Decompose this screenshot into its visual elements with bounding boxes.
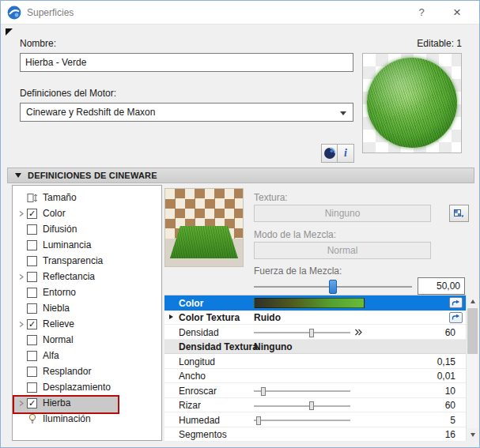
blend-strength-slider[interactable] [254,278,412,296]
editable-count-label: Editable: 1 [417,38,462,49]
tree-item-label: Niebla [43,303,70,314]
expand-chevron-icon[interactable] [15,210,27,217]
prop-row-densidad-textura[interactable]: Densidad TexturaNinguno [164,340,466,355]
slider-edit-icon[interactable] [354,328,364,337]
scrollbar-thumb[interactable] [467,308,478,354]
prop-number-value[interactable]: 60 [445,327,455,338]
tree-item-label: Resplandor [43,366,91,377]
tree-item-normal[interactable]: Normal [13,332,161,348]
prop-row-color[interactable]: Color [164,296,466,311]
tree-item-alfa[interactable]: Alfa [13,348,161,363]
panel-collapse-icon[interactable] [6,28,13,36]
engine-dropdown-value: Cineware y Redshift de Maxon [26,107,155,118]
cinema4d-button[interactable] [321,144,338,163]
scroll-down-button[interactable] [467,428,478,441]
tree-item-resplandor[interactable]: Resplandor [13,363,161,379]
prop-number-value[interactable]: 0,01 [437,371,455,382]
material-room-preview[interactable] [164,188,244,267]
info-button[interactable]: i [338,144,354,163]
engine-dropdown[interactable]: Cineware y Redshift de Maxon [20,103,353,122]
texture-browse-button[interactable] [449,205,469,222]
vertical-scrollbar[interactable] [466,295,478,441]
checkbox-difusion[interactable] [27,224,37,235]
slider-track[interactable] [254,390,350,392]
checkbox-hierba[interactable]: ✓ [27,398,37,408]
tree-item-relieve[interactable]: ✓Relieve [13,316,161,332]
checkbox-luminancia[interactable] [27,240,37,250]
prop-row-ancho[interactable]: Ancho0,01 [164,369,466,384]
slider-track[interactable] [254,420,350,421]
checkbox-normal[interactable] [27,335,37,345]
prop-label: Enroscar [179,386,217,397]
tree-item-label: Tamaño [43,192,77,203]
slider-track[interactable] [254,405,350,407]
texture-link-button[interactable] [449,312,463,323]
prop-row-rizar[interactable]: Rizar60 [164,398,466,413]
room-grass-patch [170,226,238,258]
material-preview-thumbnail[interactable] [362,53,462,153]
slider-thumb[interactable] [261,387,266,396]
fuerza-slider-thumb[interactable] [329,280,337,294]
tree-item-label: Entorno [43,287,76,298]
expand-chevron-icon[interactable] [15,400,27,407]
motor-definitions-label: Definiciones del Motor: [20,88,116,99]
slider-thumb[interactable] [256,416,261,425]
tree-item-difusion[interactable]: Difusión [13,221,161,237]
tree-item-hierba[interactable]: ✓Hierba [13,395,161,411]
tree-item-color[interactable]: ✓Color [13,205,161,221]
checkbox-alfa[interactable] [27,351,37,361]
checkbox-reflectancia[interactable] [27,272,37,282]
tree-item-reflectancia[interactable]: Reflectancia [13,269,161,284]
tree-item-label: Hierba [43,397,70,408]
help-button[interactable]: ? [414,6,429,18]
prop-row-humedad[interactable]: Humedad5 [164,412,466,427]
textura-button[interactable]: Ninguno [254,205,431,222]
prop-row-densidad[interactable]: Densidad60 [164,325,466,340]
expand-chevron-icon[interactable] [15,321,27,328]
tree-item-niebla[interactable]: Niebla [13,300,161,316]
tree-item-label: Difusión [43,224,77,235]
expand-chevron-icon[interactable] [15,273,27,280]
checkbox-desplazamiento[interactable] [27,382,37,393]
checkbox-niebla[interactable] [27,303,37,314]
prop-value: Ninguno [254,341,293,352]
texture-link-button[interactable] [449,297,463,308]
checkbox-color[interactable]: ✓ [27,209,37,219]
prop-row-longitud[interactable]: Longitud0,15 [164,354,466,369]
prop-number-value[interactable]: 60 [445,400,455,411]
prop-row-enroscar[interactable]: Enroscar10 [164,383,466,398]
prop-row-segmentos[interactable]: Segmentos16 [164,427,466,442]
tree-item-luminancia[interactable]: Luminancia [13,237,161,253]
blend-mode-button[interactable]: Normal [254,242,431,259]
prop-number-value[interactable]: 10 [445,386,455,397]
prop-label: Color Textura [179,312,240,323]
scroll-up-button[interactable] [467,295,478,307]
slider-track[interactable] [254,332,350,333]
tree-item-iluminacion[interactable]: Iluminación [13,411,161,427]
prop-number-value[interactable]: 16 [445,429,455,440]
expand-triangle-icon[interactable] [169,314,173,319]
tree-item-desplazamiento[interactable]: Desplazamiento [13,379,161,395]
tree-item-label: Alfa [43,350,59,361]
slider-thumb[interactable] [309,329,314,337]
checkbox-relieve[interactable]: ✓ [27,319,37,329]
tree-item-tamano[interactable]: Tamaño [13,190,161,205]
cineware-section-header[interactable]: DEFINICIONES DE CINEWARE [7,168,474,183]
surface-name-input[interactable] [20,53,353,72]
checkbox-entorno[interactable] [27,288,37,298]
prop-row-color-textura[interactable]: Color TexturaRuido [164,311,466,326]
slider-thumb[interactable] [309,401,314,410]
blend-strength-value[interactable]: 50,00 [418,277,465,295]
prop-label: Densidad [179,327,219,338]
section-title: DEFINICIONES DE CINEWARE [28,171,157,180]
checkbox-transparencia[interactable] [27,256,37,266]
tree-item-entorno[interactable]: Entorno [13,284,161,300]
checkbox-resplandor[interactable] [27,367,37,377]
surface-app-icon [7,6,21,20]
prop-number-value[interactable]: 0,15 [437,356,455,367]
prop-number-value[interactable]: 5 [450,415,455,426]
tree-item-label: Luminancia [43,239,91,250]
close-button[interactable]: × [449,5,465,21]
tree-item-transparencia[interactable]: Transparencia [13,253,161,269]
color-gradient-swatch[interactable] [254,298,365,308]
